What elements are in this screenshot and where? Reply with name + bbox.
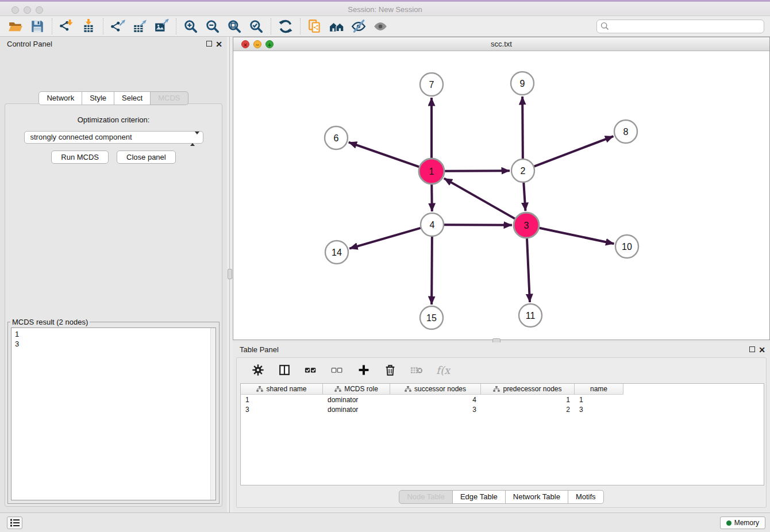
graph-edge-2-9[interactable] — [522, 97, 523, 159]
import-table-button[interactable] — [78, 18, 99, 35]
column-header-name[interactable]: name — [575, 384, 623, 395]
select-stepper-icon — [190, 133, 199, 145]
table-cell-shared-name[interactable]: 3 — [241, 406, 323, 414]
criterion-select[interactable]: strongly connected component — [24, 131, 203, 144]
export-network-icon — [110, 19, 125, 34]
add-row-button[interactable] — [356, 363, 371, 377]
select-all-button[interactable] — [303, 363, 318, 377]
control-panel-tabs: NetworkStyleSelectMCDS — [0, 91, 227, 105]
network-window-title: scc.txt — [233, 40, 769, 48]
hide-eye-button[interactable] — [348, 18, 369, 35]
graph-edge-4-15[interactable] — [432, 237, 432, 304]
run-mcds-button[interactable]: Run MCDS — [51, 151, 109, 164]
graph-node-9[interactable]: 9 — [511, 72, 534, 95]
memory-button[interactable]: Memory — [720, 516, 765, 529]
column-header-successor-nodes[interactable]: successor nodes — [390, 384, 481, 395]
table-row[interactable]: 1dominator411 — [241, 395, 764, 404]
table-cell-shared-name[interactable]: 1 — [241, 396, 323, 404]
zoom-selected-button[interactable] — [245, 18, 267, 35]
table-close-panel-icon[interactable]: ✕ — [759, 345, 765, 355]
task-history-button[interactable] — [7, 516, 22, 529]
table-float-panel-icon[interactable] — [749, 346, 755, 352]
graph-node-6[interactable]: 6 — [325, 126, 348, 149]
export-network-button[interactable] — [107, 18, 129, 35]
vertical-splitter[interactable] — [227, 37, 233, 512]
graph-edge-4-14[interactable] — [349, 228, 421, 249]
graph-node-2[interactable]: 2 — [511, 159, 534, 182]
table-cell-name[interactable]: 1 — [575, 396, 623, 404]
table-cell-MCDS-role[interactable]: dominator — [323, 396, 390, 404]
table-cell-MCDS-role[interactable]: dominator — [323, 406, 390, 414]
add-row-icon — [357, 364, 370, 376]
table-cell-predecessor-nodes[interactable]: 2 — [481, 406, 575, 414]
graph-edge-3-11[interactable] — [527, 238, 530, 302]
gear-button[interactable] — [251, 363, 265, 377]
graph-node-1[interactable]: 1 — [419, 159, 444, 184]
graph-edge-2-8[interactable] — [534, 136, 614, 166]
graph-edge-3-1[interactable] — [444, 178, 515, 218]
table-tab-motifs[interactable]: Motifs — [568, 490, 604, 504]
table-cell-name[interactable]: 3 — [575, 406, 623, 414]
vertical-splitter-grip[interactable] — [228, 269, 232, 279]
import-table-icon — [81, 19, 96, 34]
tab-mcds[interactable]: MCDS — [151, 91, 188, 105]
eye-button[interactable] — [369, 18, 391, 35]
network-window-titlebar[interactable]: × − + scc.txt — [233, 37, 769, 51]
close-panel-icon[interactable]: ✕ — [215, 39, 222, 49]
export-image-button[interactable] — [151, 18, 172, 35]
delete-row-button[interactable] — [383, 363, 398, 377]
graph-edge-4-3[interactable] — [444, 225, 512, 225]
columns-icon — [278, 364, 291, 376]
graph-node-3[interactable]: 3 — [514, 213, 539, 238]
table-cell-successor-nodes[interactable]: 3 — [390, 406, 481, 414]
mcds-result-node: 1 — [15, 329, 212, 339]
network-canvas[interactable]: 7968124314101511 — [233, 52, 769, 340]
graph-node-14[interactable]: 14 — [325, 241, 348, 264]
zoom-out-button[interactable] — [202, 18, 224, 35]
function-builder-button[interactable]: f(x) — [436, 363, 451, 377]
float-panel-icon[interactable] — [206, 41, 212, 47]
graph-node-11[interactable]: 11 — [519, 304, 542, 327]
search-input[interactable] — [596, 20, 764, 33]
zoom-fit-button[interactable] — [224, 18, 245, 35]
table-tab-node-table[interactable]: Node Table — [399, 490, 453, 504]
import-network-button[interactable] — [56, 18, 78, 35]
table-cell-successor-nodes[interactable]: 4 — [390, 396, 481, 404]
table-tab-edge-table[interactable]: Edge Table — [453, 490, 506, 504]
network-file-button[interactable] — [304, 18, 326, 35]
column-header-predecessor-nodes[interactable]: predecessor nodes — [481, 384, 575, 395]
graph-node-10[interactable]: 10 — [615, 235, 638, 258]
graph-node-15[interactable]: 15 — [420, 306, 443, 329]
graph-edge-3-10[interactable] — [540, 228, 614, 244]
graph-node-7[interactable]: 7 — [420, 73, 443, 96]
table-cell-predecessor-nodes[interactable]: 1 — [481, 396, 575, 404]
refresh-layout-button[interactable] — [275, 18, 297, 35]
table-tab-network-table[interactable]: Network Table — [506, 490, 568, 504]
graph-edge-1-2[interactable] — [445, 171, 510, 171]
tab-style[interactable]: Style — [82, 91, 114, 105]
unselect-all-button[interactable] — [330, 363, 345, 377]
control-panel-header: Control Panel ✕ — [0, 37, 227, 52]
close-panel-button[interactable]: Close panel — [117, 151, 176, 164]
graph-edge-2-3[interactable] — [523, 183, 525, 211]
tab-network[interactable]: Network — [38, 91, 82, 105]
table-panel: Table Panel ✕ f(x) shared nameMCDS roles… — [233, 342, 770, 511]
graph-edge-1-4[interactable] — [432, 184, 432, 211]
graph-edge-1-6[interactable] — [349, 142, 419, 167]
columns-button[interactable] — [277, 363, 292, 377]
delete-table-button[interactable] — [409, 363, 424, 377]
zoom-in-button[interactable] — [180, 18, 202, 35]
column-header-MCDS-role[interactable]: MCDS role — [323, 384, 390, 395]
mcds-result-lines: 13 — [11, 328, 215, 350]
column-header-shared-name[interactable]: shared name — [241, 384, 323, 395]
export-table-button[interactable] — [129, 18, 151, 35]
graph-node-4[interactable]: 4 — [421, 213, 444, 236]
table-row[interactable]: 3dominator323 — [241, 404, 764, 414]
graph-node-8[interactable]: 8 — [614, 120, 637, 143]
open-file-button[interactable] — [5, 18, 26, 35]
save-session-button[interactable] — [26, 18, 48, 35]
tab-select[interactable]: Select — [114, 91, 151, 105]
houses-button[interactable] — [326, 18, 348, 35]
mcds-result-scrollbar[interactable] — [210, 328, 215, 500]
zoom-fit-icon — [227, 19, 242, 34]
